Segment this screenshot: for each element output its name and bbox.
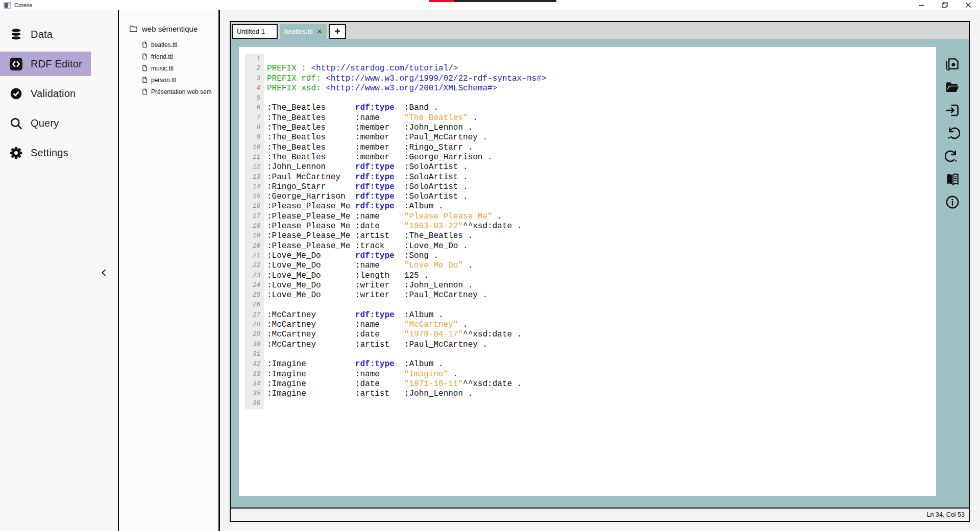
info-button[interactable]: [944, 194, 961, 210]
line-number: 24: [245, 281, 264, 291]
tree-file-music-ttl[interactable]: music.ttl: [129, 62, 218, 74]
sidebar-item-query[interactable]: Query: [0, 111, 91, 135]
tree-file-beatles-ttl[interactable]: beatles.ttl: [129, 39, 218, 51]
close-tab-icon[interactable]: ✕: [317, 28, 322, 35]
tab-bar: Untilted 1beatles.ttl✕+: [231, 22, 969, 39]
close-icon: [965, 2, 971, 8]
code-line: 30:McCartney :artist :Paul_McCartney .: [245, 340, 936, 350]
line-number: 14: [245, 182, 264, 192]
code-line: 28:McCartney :name "McCartney" .: [245, 320, 936, 330]
code-line: 36: [245, 399, 936, 408]
tree-folder[interactable]: web sémentique: [129, 22, 218, 35]
code-line-text: :Imagine :date "1971-10-11"^^xsd:date .: [264, 379, 522, 389]
save-button[interactable]: [944, 56, 961, 73]
sidebar-item-rdf-editor[interactable]: RDF Editor: [0, 52, 91, 76]
sidebar: DataRDF EditorValidationQuerySettings: [0, 10, 119, 531]
editor-toolbar: [936, 39, 969, 508]
code-line: 6:The_Beatles rdf:type :Band .: [245, 103, 936, 113]
code-editor[interactable]: 12PREFIX : <http://stardog.com/tutorial/…: [239, 47, 936, 496]
cursor-position: Ln 34, Col 53: [927, 511, 965, 518]
sidebar-item-validation[interactable]: Validation: [0, 81, 91, 106]
recording-indicator: [429, 0, 556, 2]
close-button[interactable]: [957, 0, 980, 10]
code-line: 33:Imagine :name "Imagine" .: [245, 370, 936, 379]
code-line: 7:The_Beatles :name "The Beatles" .: [245, 113, 936, 123]
tree-file-friend-ttl[interactable]: friend.ttl: [129, 51, 218, 62]
minimize-button[interactable]: [910, 0, 933, 10]
code-line-text: :McCartney :name "McCartney" .: [264, 320, 468, 330]
code-line-text: [264, 350, 267, 359]
code-line-text: :Imagine rdf:type :Album .: [264, 359, 444, 369]
info-icon: [945, 195, 960, 210]
status-bar: Ln 34, Col 53: [231, 508, 969, 521]
import-button[interactable]: [944, 102, 961, 118]
code-line-text: :The_Beatles :member :John_Lennon .: [264, 123, 473, 133]
code-line: 27:McCartney rdf:type :Album .: [245, 310, 936, 320]
code-line-text: :The_Beatles :member :Paul_McCartney .: [264, 133, 487, 142]
line-number: 10: [245, 143, 264, 153]
gear-icon: [9, 146, 23, 160]
code-line: 24:Love_Me_Do :writer :John_Lennon .: [245, 281, 936, 291]
code-line-text: PREFIX rdf: <http://www.w3.org/1999/02/2…: [264, 74, 546, 84]
undo-button[interactable]: [944, 125, 961, 141]
book-button[interactable]: [944, 171, 961, 187]
code-line: 35:Imagine :artist :John_Lennon .: [245, 389, 936, 399]
database-icon: [9, 28, 23, 41]
code-line: 12:John_Lennon rdf:type :SoloArtist .: [245, 162, 936, 172]
file-icon: [141, 77, 148, 83]
code-line-text: :Love_Me_Do :writer :John_Lennon .: [264, 281, 473, 291]
file-icon: [141, 88, 148, 95]
collapse-sidebar-button[interactable]: [95, 264, 112, 281]
recording-track: [454, 0, 556, 2]
code-line: 16:Please_Please_Me rdf:type :Album .: [245, 202, 936, 211]
line-number: 34: [245, 379, 264, 389]
tab-beatles-ttl[interactable]: beatles.ttl✕: [280, 24, 327, 39]
code-line: 19:Please_Please_Me :artist :The_Beatles…: [245, 231, 936, 241]
code-line-text: [264, 54, 267, 64]
restore-button[interactable]: [933, 0, 957, 10]
chevron-left-icon: [100, 267, 108, 278]
line-number: 22: [245, 261, 264, 271]
code-line: 5: [245, 93, 936, 103]
line-number: 19: [245, 231, 264, 241]
code-line: 1: [245, 54, 936, 64]
redo-button[interactable]: [944, 148, 961, 164]
sidebar-item-settings[interactable]: Settings: [0, 140, 91, 165]
code-line: 32:Imagine rdf:type :Album .: [245, 359, 936, 369]
line-number: 15: [245, 192, 264, 202]
code-line: 34:Imagine :date "1971-10-11"^^xsd:date …: [245, 379, 936, 389]
line-number: 18: [245, 222, 264, 231]
line-number: 25: [245, 291, 264, 300]
new-tab-button[interactable]: +: [329, 24, 346, 39]
sidebar-item-data[interactable]: Data: [0, 22, 91, 46]
code-line-text: :Please_Please_Me rdf:type :Album .: [264, 202, 444, 211]
sidebar-item-label: Data: [31, 29, 53, 40]
line-number: 30: [245, 340, 264, 350]
code-line: 14:Ringo_Starr rdf:type :SoloArtist .: [245, 182, 936, 192]
file-icon: [141, 65, 148, 71]
code-line-text: :Love_Me_Do :length 125 .: [264, 271, 429, 281]
code-line-text: :Love_Me_Do :writer :Paul_McCartney .: [264, 291, 487, 300]
line-number: 7: [245, 113, 264, 123]
code-line-text: :Please_Please_Me :track :Love_Me_Do .: [264, 242, 468, 251]
line-number: 36: [245, 399, 264, 408]
code-line: 23:Love_Me_Do :length 125 .: [245, 271, 936, 281]
file-icon: [141, 53, 148, 60]
code-line-text: :Please_Please_Me :artist :The_Beatles .: [264, 231, 473, 241]
tree-file-person-ttl[interactable]: person.ttl: [129, 74, 218, 86]
file-name: music.ttl: [151, 65, 174, 72]
line-number: 31: [245, 350, 264, 359]
tree-file-presentation-web-sem[interactable]: Présentation web sem: [129, 86, 218, 98]
line-number: 2: [245, 64, 264, 74]
code-line: 13:Paul_McCartney rdf:type :SoloArtist .: [245, 173, 936, 182]
tab-untilted-1[interactable]: Untilted 1: [232, 24, 278, 39]
code-line-text: :The_Beatles :member :George_Harrison .: [264, 153, 493, 162]
code-line-text: :McCartney :artist :Paul_McCartney .: [264, 340, 487, 350]
open-folder-button[interactable]: [944, 79, 961, 95]
file-icon: [141, 41, 148, 48]
code-line: 3PREFIX rdf: <http://www.w3.org/1999/02/…: [245, 74, 936, 84]
line-number: 4: [245, 84, 264, 93]
line-number: 9: [245, 133, 264, 142]
line-number: 3: [245, 74, 264, 84]
code-line: 31: [245, 350, 936, 359]
